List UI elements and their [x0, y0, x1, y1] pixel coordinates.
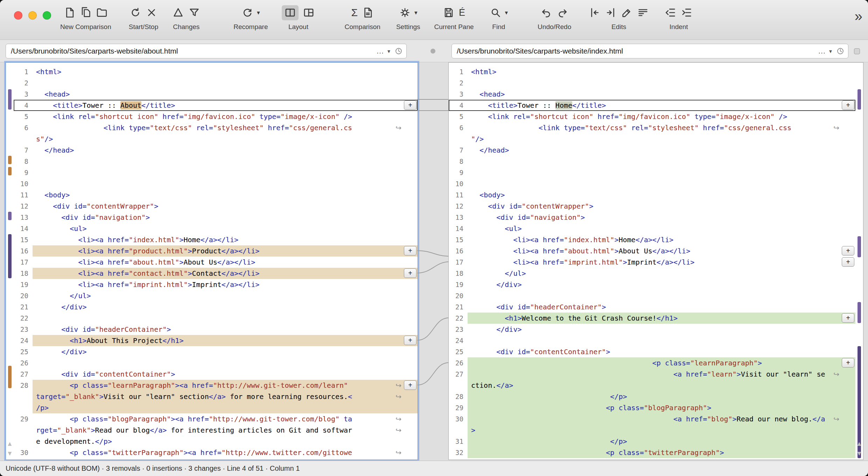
change-marker[interactable]: [858, 89, 861, 110]
merge-change-button[interactable]: +: [404, 100, 416, 110]
line-number: 29: [449, 402, 468, 413]
merge-change-button[interactable]: +: [842, 246, 854, 255]
right-file-path: /Users/brunobrito/Sites/carparts-website…: [457, 47, 814, 55]
new-folder-comparison-icon[interactable]: [96, 7, 108, 19]
gear-icon[interactable]: [399, 7, 411, 19]
delta-changes-icon[interactable]: [172, 7, 184, 19]
scroll-down-icon[interactable]: ▼: [855, 450, 863, 457]
history-icon[interactable]: [394, 47, 403, 55]
code-row: 29 <p class="blogParagraph"><a href="htt…: [14, 413, 418, 425]
change-marker[interactable]: [8, 167, 12, 175]
code-text: s"/>: [33, 133, 418, 145]
left-code-pane[interactable]: ▲ ▼ 1<html>23 <head>4 <title>Tower :: Ab…: [6, 62, 418, 460]
redo-icon[interactable]: [556, 7, 568, 19]
code-text: <div id="contentWrapper">: [33, 201, 418, 212]
change-marker[interactable]: [8, 366, 12, 388]
layout-two-pane-selected[interactable]: [282, 5, 299, 20]
line-number: 9: [14, 167, 33, 178]
edit-list-icon[interactable]: [637, 7, 649, 19]
change-marker[interactable]: [8, 156, 12, 164]
history-icon[interactable]: [836, 47, 845, 55]
outdent-icon[interactable]: [665, 7, 677, 19]
toolbar-group-find: ▾ Find: [490, 3, 508, 31]
toolbar-overflow-button[interactable]: »: [855, 8, 860, 24]
edit-pen-icon[interactable]: [621, 7, 633, 19]
right-change-ribbon: ▲ ▼: [855, 63, 863, 460]
code-row: 21 <div id="headerContainer">: [449, 301, 855, 313]
left-file-path-field[interactable]: /Users/brunobrito/Sites/carparts-website…: [6, 44, 407, 58]
scroll-up-icon[interactable]: ▲: [855, 440, 863, 447]
layout-two-pane-icon[interactable]: [284, 7, 296, 19]
merge-change-button[interactable]: +: [404, 336, 416, 345]
code-text: [468, 156, 855, 167]
code-row: 7 </head>: [14, 145, 418, 156]
code-row: "/>: [449, 133, 855, 145]
code-text: <link type="text/css" rel="stylesheet" h…: [33, 122, 418, 133]
merge-change-button[interactable]: +: [842, 257, 854, 267]
change-marker[interactable]: [8, 212, 12, 220]
code-text: <head>: [33, 89, 418, 100]
new-document-icon[interactable]: [80, 7, 92, 19]
line-number: 2: [14, 77, 33, 89]
line-number: 14: [14, 223, 33, 234]
pane-splitter-dot[interactable]: [430, 49, 435, 54]
code-row: 16 <li><a href="product.html">Product</a…: [14, 245, 418, 257]
report-document-icon[interactable]: [362, 7, 374, 19]
chevron-down-icon[interactable]: ▾: [257, 9, 260, 16]
layout-split-icon[interactable]: [303, 7, 315, 19]
line-number: 1: [449, 66, 468, 77]
chevron-down-icon[interactable]: ▾: [414, 9, 418, 16]
save-icon[interactable]: [443, 7, 455, 19]
code-row: 19 </div>: [449, 279, 855, 290]
merge-change-button[interactable]: +: [842, 100, 854, 110]
magnifier-icon[interactable]: [490, 7, 502, 19]
new-file-icon[interactable]: [64, 7, 76, 19]
change-marker[interactable]: [858, 236, 861, 257]
chevron-down-icon[interactable]: ▾: [505, 9, 508, 16]
code-text: <title>Tower :: Home</title>: [468, 100, 855, 111]
code-row: 17 <li><a href="about.html">About Us</a>…: [14, 257, 418, 268]
scroll-up-icon[interactable]: ▲: [6, 440, 14, 447]
code-text: <li><a href="contact.html">Contact</a></…: [33, 268, 418, 279]
code-text: <p class="blogParagraph"><a href="http:/…: [33, 413, 418, 425]
code-text: target="_blank">Visit our "learn" sectio…: [33, 391, 418, 402]
scroll-down-icon[interactable]: ▼: [6, 450, 14, 457]
toolbar-group-current-pane: É Current Pane: [434, 3, 474, 31]
merge-change-button[interactable]: +: [842, 313, 854, 323]
path-overflow-icon[interactable]: …: [818, 47, 826, 56]
merge-change-button[interactable]: +: [404, 246, 416, 255]
line-number: [449, 380, 468, 391]
merge-change-button[interactable]: +: [404, 380, 416, 390]
path-overflow-icon[interactable]: …: [376, 47, 384, 56]
code-row: 3 <head>: [14, 89, 418, 100]
line-number: 28: [449, 391, 468, 402]
sigma-icon[interactable]: Σ: [351, 7, 358, 19]
start-refresh-icon[interactable]: [130, 7, 141, 19]
code-row: 9: [14, 167, 418, 178]
encoding-icon[interactable]: É: [459, 7, 465, 19]
merge-change-button[interactable]: +: [404, 268, 416, 278]
right-file-path-field[interactable]: /Users/brunobrito/Sites/carparts-website…: [451, 44, 848, 58]
code-text: <link rel="shortcut icon" href="img/favi…: [468, 111, 855, 122]
right-code-pane[interactable]: 1<html>23 <head>4 <title>Tower :: Home</…: [448, 62, 863, 460]
undo-icon[interactable]: [540, 7, 552, 19]
indent-icon[interactable]: [681, 7, 693, 19]
line-number: 12: [449, 201, 468, 212]
previous-edit-icon[interactable]: [589, 7, 601, 19]
change-marker[interactable]: [8, 89, 12, 110]
path-dropdown-icon[interactable]: ▾: [387, 48, 390, 55]
code-row: 7 </head>: [449, 145, 855, 156]
stop-x-icon[interactable]: [146, 7, 158, 19]
recompare-icon[interactable]: [241, 7, 253, 19]
filter-icon[interactable]: [188, 7, 200, 19]
code-row: 24: [449, 335, 855, 346]
line-number: 1: [14, 66, 33, 77]
merge-change-button[interactable]: +: [842, 358, 854, 368]
code-text: <li><a href="imprint.html">Imprint</a></…: [468, 257, 855, 268]
line-number: 5: [14, 111, 33, 122]
change-marker[interactable]: [858, 302, 861, 323]
pane-toggle-icon[interactable]: [854, 48, 860, 54]
path-dropdown-icon[interactable]: ▾: [829, 48, 832, 55]
change-marker[interactable]: [8, 234, 12, 278]
next-edit-icon[interactable]: [605, 7, 617, 19]
